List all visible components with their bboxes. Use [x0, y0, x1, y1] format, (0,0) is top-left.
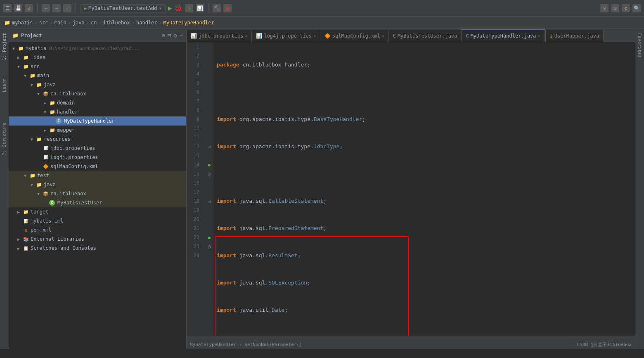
tree-label-domain: domain: [57, 100, 75, 106]
tab-close-sqlmapconfig[interactable]: ×: [382, 34, 384, 38]
profile-button[interactable]: 📊: [196, 4, 204, 12]
tree-label-mybatis: mybatis: [26, 45, 47, 51]
arrow-mapper: ▶: [44, 128, 48, 133]
collapse-icon[interactable]: ⊟: [168, 32, 171, 39]
tree-item-mybatis-iml[interactable]: 📝 mybatis.iml: [9, 216, 186, 225]
line-num-16: 16: [187, 178, 202, 187]
breadcrumb-main[interactable]: main: [54, 20, 66, 26]
tree-item-resources[interactable]: ▼ 📁 resources: [9, 135, 186, 144]
line-num-17: 17: [187, 187, 202, 197]
code-content[interactable]: package cn.itbluebox.handler; import org…: [213, 42, 635, 336]
git-icon[interactable]: ⑂: [600, 4, 608, 12]
tab-close-jdbc[interactable]: ×: [245, 34, 247, 38]
breadcrumb-sep-7: ›: [159, 20, 162, 26]
arrow-handler: ▼: [44, 110, 48, 114]
tree-item-test[interactable]: ▼ 📁 test: [9, 171, 186, 180]
tree-item-main[interactable]: ▼ 📁 main: [9, 71, 186, 80]
coverage-button[interactable]: ⚡: [185, 4, 193, 12]
gear-icon[interactable]: ⚙: [173, 32, 177, 39]
toolbar-icon-sync[interactable]: ↺: [25, 4, 33, 12]
stop-icon[interactable]: ■: [223, 4, 232, 12]
build-icon[interactable]: 🔨: [213, 4, 221, 12]
gutter-21[interactable]: ●: [205, 233, 213, 242]
tab-sqlmapconfig[interactable]: 🔶 sqlMapConfig.xml ×: [320, 30, 389, 42]
line-num-5: 5: [187, 78, 202, 88]
tab-mybatistestuser[interactable]: C MyBatisTestUser.java: [389, 30, 462, 42]
add-icon[interactable]: ⊕: [161, 32, 165, 39]
toolbar-icon-revert[interactable]: ✓: [63, 4, 71, 12]
tree-item-log4j-properties[interactable]: 📊 log4j.properties: [9, 153, 186, 162]
tree-item-jdbc-properties[interactable]: 📊 jdbc.properties: [9, 144, 186, 153]
tree-item-mydatetypehandler[interactable]: C MyDateTypeHandler: [9, 116, 186, 126]
tab-close-mydatetypehandler[interactable]: ×: [538, 34, 540, 38]
tab-log4j[interactable]: 📊 log4j.properties ×: [252, 30, 320, 42]
breadcrumb-java[interactable]: java: [73, 20, 85, 26]
run-config-selector[interactable]: ▶ MyBatisTestUser.testAdd ▾: [80, 4, 166, 12]
search-icon[interactable]: 🔍: [632, 4, 641, 12]
toolbar-icon-menu[interactable]: ☰: [3, 4, 12, 12]
tree-item-mybatistestuser[interactable]: C MyBatisTestUser: [9, 198, 186, 207]
breadcrumb-class[interactable]: MyDateTypeHandler: [163, 20, 214, 26]
toolbar-icon-forward[interactable]: →: [52, 4, 61, 12]
tree-item-domain[interactable]: ▶ 📁 domain: [9, 98, 186, 107]
tree-item-handler[interactable]: ▼ 📁 handler: [9, 107, 186, 116]
tree-item-test-cn[interactable]: ▼ 📦 cn.itbluebox: [9, 189, 186, 198]
project-panel-header: 📁 Project ⊕ ⊟ ⚙ −: [9, 29, 186, 42]
folder-icon-src: 📁: [23, 63, 29, 70]
tab-label-log4j: log4j.properties: [264, 33, 312, 39]
folder-icon-domain: 📁: [49, 100, 56, 106]
tree-item-cn-itbluebox[interactable]: ▼ 📦 cn.itbluebox: [9, 89, 186, 98]
tree-item-idea[interactable]: ▶ 📁 .idea: [9, 53, 186, 62]
gutter-14[interactable]: ●: [205, 160, 213, 169]
debug-button[interactable]: 🐞: [174, 4, 182, 12]
line-num-12: 12: [187, 142, 202, 151]
left-tab-structure[interactable]: 7: Structure: [0, 120, 8, 158]
code-line-5: [217, 169, 632, 178]
tree-item-scratches[interactable]: ▶ 📋 Scratches and Consoles: [9, 244, 186, 253]
tree-item-target[interactable]: ▶ 📁 target: [9, 207, 186, 216]
tree-item-mybatis[interactable]: ▼ 📁 mybatis D:\AProgramWorkSpace\idea\pr…: [9, 44, 186, 53]
tab-usermapper[interactable]: I UserMapper.java: [545, 30, 604, 42]
terminal-icon[interactable]: ⊡: [611, 4, 619, 12]
run-button[interactable]: ▶: [168, 4, 172, 12]
tree-path-mybatis: D:\AProgramWorkSpace\idea\prac...: [50, 46, 140, 51]
minimize-icon[interactable]: −: [180, 32, 183, 39]
toolbar-icon-back[interactable]: ←: [42, 4, 50, 12]
line-num-23: 23: [187, 242, 202, 251]
breadcrumb-handler[interactable]: handler: [136, 20, 157, 26]
code-line-4: import org.apache.ibatis.type.JdbcType;: [217, 142, 632, 151]
editor-tabs: 📊 jdbc.properties × 📊 log4j.properties ×…: [187, 29, 635, 42]
toolbar-icon-save[interactable]: 💾: [14, 4, 22, 12]
tree-item-mapper[interactable]: ▶ 📁 mapper: [9, 126, 186, 135]
tree-item-external-libs[interactable]: ▶ 📚 External Libraries: [9, 235, 186, 244]
tree-item-src[interactable]: ▼ 📁 src: [9, 62, 186, 71]
code-line-9: import java.sql.SQLException;: [217, 278, 632, 287]
tree-item-sqlmapconfig[interactable]: 🔶 sqlMapConfig.xml: [9, 162, 186, 171]
tab-mydatetypehandler[interactable]: C MyDateTypeHandler.java ×: [462, 29, 545, 42]
breadcrumb-sep-1: ›: [35, 20, 38, 26]
toolbar-separator-3: [208, 3, 208, 13]
settings-icon[interactable]: ⚙: [622, 4, 630, 12]
folder-icon-test-java: 📁: [36, 181, 43, 188]
breadcrumb-mybatis[interactable]: mybatis: [12, 20, 33, 26]
breadcrumb-itbluebox[interactable]: itbluebox: [103, 20, 130, 26]
tree-item-java[interactable]: ▼ 📁 java: [9, 80, 186, 89]
tree-item-pom[interactable]: m pom.xml: [9, 225, 186, 235]
project-panel: 📁 Project ⊕ ⊟ ⚙ − ▼ 📁 mybatis D:\AProgra…: [9, 29, 187, 349]
breadcrumb-cn[interactable]: cn: [91, 20, 97, 26]
left-tab-project[interactable]: 1: Project: [0, 31, 8, 63]
left-tab-learn[interactable]: Learn: [0, 76, 8, 95]
tab-close-log4j[interactable]: ×: [313, 34, 316, 38]
tab-jdbc-properties[interactable]: 📊 jdbc.properties ×: [187, 30, 252, 42]
breadcrumb-sep-4: ›: [86, 20, 89, 26]
horizontal-scrollbar[interactable]: [187, 336, 635, 340]
gutter-1: [205, 42, 213, 51]
package-icon-cn: 📦: [43, 90, 49, 97]
top-toolbar: ☰ 💾 ↺ ← → ✓ ▶ MyBatisTestUser.testAdd ▾ …: [0, 0, 644, 17]
line-num-22: 22: [187, 233, 202, 242]
gutter-20: [205, 224, 213, 233]
tree-item-test-java[interactable]: ▼ 📁 java: [9, 180, 186, 189]
code-editor[interactable]: 1 2 3 4 5 6 7 8 9 10 11 12 13 14 15 16 1…: [187, 42, 635, 336]
breadcrumb-src[interactable]: src: [39, 20, 48, 26]
right-tab-favorites[interactable]: Favorites: [636, 31, 644, 60]
